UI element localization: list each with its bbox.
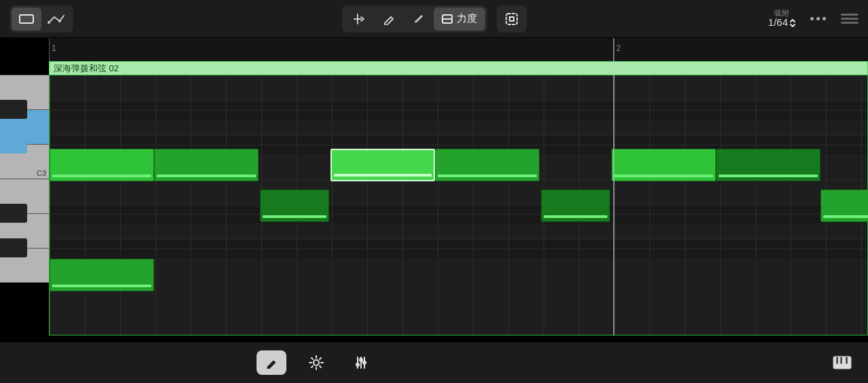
bar-number: 2 [616, 43, 621, 53]
sliders-icon [354, 356, 368, 369]
gridline [85, 75, 86, 335]
rectangle-icon [18, 13, 35, 25]
gridline [402, 75, 403, 335]
gridline [191, 75, 191, 335]
selection-mode-button[interactable] [497, 5, 527, 33]
gridline [649, 75, 650, 335]
svg-point-19 [356, 363, 359, 366]
velocity-tool-button[interactable]: 力度 [434, 7, 485, 31]
gridline [367, 75, 368, 335]
midi-note[interactable] [435, 149, 540, 181]
gridline [332, 75, 333, 335]
gridline [120, 75, 121, 335]
pencil-icon [265, 357, 278, 369]
svg-line-15 [320, 358, 321, 359]
pencil-icon [383, 13, 395, 25]
midi-note[interactable] [820, 189, 868, 222]
midi-note[interactable] [331, 149, 435, 181]
note-grid[interactable] [49, 75, 868, 335]
top-toolbar: 力度 吸附 1/64 [0, 0, 868, 38]
gridline [473, 75, 474, 335]
gridline [614, 75, 615, 335]
midi-note[interactable] [154, 149, 259, 181]
brush-icon [412, 12, 426, 26]
settings-button[interactable] [301, 350, 331, 375]
snap-selector[interactable]: 吸附 1/64 [768, 9, 795, 29]
svg-rect-23 [836, 357, 838, 364]
view-mode-segment [10, 5, 73, 33]
keyboard-button[interactable] [827, 350, 857, 375]
drag-handle[interactable] [841, 14, 858, 24]
center-tools: 力度 [342, 5, 527, 33]
velocity-label: 力度 [457, 12, 477, 25]
gear-sun-icon [309, 355, 324, 370]
gridline [720, 75, 721, 335]
gridline [508, 75, 509, 335]
svg-point-21 [363, 361, 366, 364]
piano-keyboard[interactable]: C3 [0, 75, 49, 335]
midi-note[interactable] [260, 189, 329, 222]
automation-view-button[interactable] [41, 7, 71, 31]
brush-tool-button[interactable] [404, 7, 434, 31]
svg-line-13 [320, 366, 321, 367]
svg-rect-24 [840, 357, 842, 364]
key-label: C3 [37, 169, 46, 177]
updown-icon [790, 19, 795, 27]
playhead[interactable] [614, 38, 614, 335]
gridline [438, 75, 438, 335]
piano-roll-editor: C3 [0, 75, 868, 335]
snap-value: 1/64 [768, 17, 788, 29]
svg-point-7 [314, 360, 319, 365]
mixer-button[interactable] [346, 350, 376, 375]
svg-line-14 [312, 366, 313, 367]
midi-note[interactable] [50, 149, 154, 181]
marquee-icon [504, 12, 519, 26]
midi-note[interactable] [611, 149, 716, 181]
pencil-tool-button[interactable] [374, 7, 404, 31]
notes-view-button[interactable] [12, 7, 41, 31]
piano-key[interactable] [0, 134, 27, 153]
svg-rect-6 [510, 17, 514, 21]
piano-key[interactable] [0, 100, 27, 119]
svg-rect-0 [20, 15, 33, 23]
piano-key[interactable] [0, 204, 27, 223]
bottom-toolbar [0, 342, 868, 383]
gridline [155, 75, 156, 335]
svg-rect-5 [506, 14, 517, 24]
svg-point-2 [58, 20, 61, 22]
gridline [50, 75, 50, 335]
svg-point-20 [360, 359, 362, 361]
midi-note[interactable] [716, 149, 820, 181]
quantize-button[interactable] [344, 7, 374, 31]
more-button[interactable] [810, 17, 826, 20]
midi-note[interactable] [50, 259, 154, 291]
piano-key[interactable] [0, 238, 27, 257]
toolbar-right: 吸附 1/64 [768, 9, 858, 29]
gridline [755, 75, 756, 335]
piano-icon [833, 356, 852, 369]
automation-icon [48, 13, 65, 25]
bar-number: 1 [52, 43, 56, 53]
gridline [791, 75, 791, 335]
region-header[interactable]: 深海弹拨和弦 02 [49, 61, 868, 75]
velocity-icon [442, 14, 453, 24]
quantize-icon [352, 12, 366, 26]
edit-tools-segment: 力度 [342, 5, 487, 33]
gridline [226, 75, 227, 335]
grid-row [50, 249, 867, 283]
region-name: 深海弹拨和弦 02 [54, 63, 119, 73]
gridline [685, 75, 685, 335]
svg-point-1 [48, 21, 50, 24]
svg-rect-25 [846, 357, 848, 364]
draw-mode-button[interactable] [257, 350, 286, 375]
time-ruler[interactable]: 12 [49, 38, 868, 61]
svg-line-12 [312, 358, 313, 359]
midi-note[interactable] [541, 189, 610, 222]
